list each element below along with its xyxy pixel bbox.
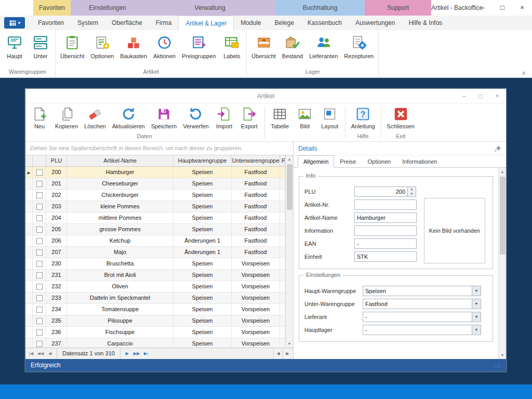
ribbon-button-baukasten[interactable]: Baukasten	[117, 34, 150, 60]
header-hauptwarengruppe[interactable]: Hauptwarengruppe	[174, 155, 232, 166]
table-row[interactable]: 201 Cheeseburger Speisen Fastfood	[25, 178, 285, 190]
anleitung-button[interactable]: ? Anleitung	[348, 106, 378, 132]
row-checkbox[interactable]	[33, 235, 46, 246]
group-by-hint[interactable]: Ziehen Sie eine Spaltenüberschrift in di…	[25, 142, 293, 155]
neu-button[interactable]: Neu	[27, 106, 52, 132]
tab-belege[interactable]: Belege	[268, 16, 300, 30]
header-unterwarengruppe[interactable]: Unterwarengruppe	[232, 155, 280, 166]
row-checkbox[interactable]	[33, 190, 46, 201]
artikel-window-titlebar[interactable]: Artikel – □ ×	[25, 89, 506, 103]
header-preis[interactable]: P	[280, 155, 285, 166]
nav-next-page-button[interactable]: ▶▶	[132, 351, 141, 356]
grid-vertical-scrollbar[interactable]: ▲ ▼	[285, 155, 293, 348]
details-vertical-scrollbar[interactable]: ▲ ▼	[498, 168, 506, 359]
chevron-down-icon[interactable]: ▼	[472, 312, 481, 322]
maximize-icon[interactable]: □	[496, 2, 509, 14]
grid-scroll-thumb[interactable]	[287, 164, 292, 210]
layout-button[interactable]: Layout	[317, 106, 342, 132]
kopieren-button[interactable]: Kopieren	[52, 106, 81, 132]
tab-module[interactable]: Module	[234, 16, 268, 30]
tab-favoriten[interactable]: Favoriten	[31, 16, 71, 30]
plu-field[interactable]: ▲▼	[354, 187, 416, 197]
table-row[interactable]: 231 Brot mit Aioli Speisen Vorspeisen	[25, 270, 285, 281]
tabelle-button[interactable]: Tabelle	[268, 106, 292, 132]
table-row[interactable]: 204 mittlere Pommes Speisen Fastfood	[25, 212, 285, 224]
scroll-up-icon[interactable]: ▲	[286, 155, 293, 163]
close-icon[interactable]: ×	[515, 2, 529, 14]
row-checkbox[interactable]	[33, 338, 46, 348]
header-checkbox[interactable]	[33, 155, 46, 166]
tab-kassenbuch[interactable]: Kassenbuch	[301, 16, 349, 30]
scroll-up-icon[interactable]: ▲	[499, 168, 506, 176]
maximize-icon[interactable]: □	[475, 91, 486, 101]
table-row[interactable]: 235 Pilssuppe Speisen Vorspeisen	[25, 315, 285, 327]
minimize-icon[interactable]: –	[476, 2, 489, 14]
nav-prev-page-button[interactable]: ◀◀	[36, 351, 45, 356]
row-checkbox[interactable]	[33, 315, 46, 326]
einheit-input[interactable]	[354, 251, 417, 262]
ribbon-button-preisgruppen[interactable]: Preisgruppen	[179, 34, 219, 60]
scroll-down-icon[interactable]: ▼	[286, 340, 293, 348]
speichern-button[interactable]: Speichern	[148, 106, 180, 132]
row-checkbox[interactable]	[33, 304, 46, 315]
tab-hilfe-infos[interactable]: Hilfe & Infos	[402, 16, 449, 30]
scroll-left-icon[interactable]: ◀	[273, 348, 283, 359]
ribbon-collapse-icon[interactable]: ∧	[522, 70, 526, 76]
ribbon-button-rezepturen[interactable]: Rezepturen	[341, 34, 377, 60]
row-checkbox[interactable]	[33, 167, 46, 178]
ribbon-button-bestand[interactable]: Bestand	[279, 34, 306, 60]
nav-prev-button[interactable]: ◀	[45, 351, 55, 356]
table-row[interactable]: 236 Fischsuppe Speisen Vorspeisen	[25, 327, 285, 338]
ribbon-button-unter[interactable]: Unter	[28, 34, 54, 60]
resize-grip-icon[interactable]: .::	[495, 363, 501, 368]
chevron-down-icon[interactable]: ▼	[472, 286, 481, 296]
tab-allgemein[interactable]: Allgemein	[298, 155, 334, 168]
import-button[interactable]: Import	[212, 106, 237, 132]
table-row[interactable]: 207 Majo Änderungen 1 Fastfood	[25, 247, 285, 258]
table-row[interactable]: 202 Chickenburger Speisen Fastfood	[25, 190, 285, 201]
app-menu-button[interactable]: ▾	[4, 17, 25, 29]
row-checkbox[interactable]	[33, 258, 46, 269]
row-checkbox[interactable]	[33, 201, 46, 212]
row-checkbox[interactable]	[33, 212, 46, 223]
aktualisieren-button[interactable]: Aktualisieren	[109, 106, 148, 132]
table-row[interactable]: 237 Carpaccio Speisen Vorspeisen	[25, 338, 285, 348]
verwerfen-button[interactable]: Verwerfen	[180, 106, 212, 132]
ribbon-button-artikel-optionen[interactable]: Optionen	[87, 34, 117, 60]
loeschen-button[interactable]: Löschen	[81, 106, 109, 132]
tab-artikel-lager[interactable]: Artikel & Lager	[178, 16, 234, 30]
table-row[interactable]: 203 kleine Pommes Speisen Fastfood	[25, 201, 285, 212]
plu-spinner[interactable]: ▲▼	[408, 187, 416, 197]
ribbon-button-aktionen[interactable]: Aktionen	[150, 34, 179, 60]
nav-last-button[interactable]: ▶|	[141, 351, 151, 356]
chevron-down-icon[interactable]: ▼	[472, 325, 481, 335]
ean-input[interactable]	[354, 238, 417, 249]
lieferant-select[interactable]: - ▼	[363, 312, 481, 322]
row-checkbox[interactable]	[33, 224, 46, 235]
ribbon-button-haupt[interactable]: Haupt	[2, 34, 28, 60]
row-checkbox[interactable]	[33, 247, 46, 258]
row-checkbox[interactable]	[33, 281, 46, 292]
pin-icon[interactable]	[494, 145, 501, 152]
table-row[interactable]: 234 Tomatensuppe Speisen Vorspeisen	[25, 304, 285, 315]
table-row[interactable]: 200 Hamburger Speisen Fastfood	[25, 167, 285, 178]
hauptlager-select[interactable]: - ▼	[363, 325, 481, 335]
information-input[interactable]	[354, 225, 417, 236]
ribbon-button-lieferanten[interactable]: Lieferanten	[306, 34, 341, 60]
table-row[interactable]: 233 Datteln im Speckmantel Speisen Vorsp…	[25, 292, 285, 304]
ribbon-button-lager-uebersicht[interactable]: Übersicht	[248, 34, 278, 60]
row-checkbox[interactable]	[33, 270, 46, 281]
nav-next-button[interactable]: ▶	[123, 351, 132, 356]
scroll-right-icon[interactable]: ▶	[283, 348, 292, 359]
taskbar[interactable]	[0, 384, 532, 399]
artikel-nr-input[interactable]	[354, 200, 417, 210]
table-row[interactable]: 206 Ketchup Änderungen 1 Fastfood	[25, 235, 285, 247]
nav-first-button[interactable]: |◀	[26, 351, 36, 356]
tab-auswertungen[interactable]: Auswertungen	[349, 16, 402, 30]
category-verwaltung[interactable]: Verwaltung	[144, 0, 275, 16]
table-row[interactable]: 230 Bruschetta Speisen Vorspeisen	[25, 258, 285, 270]
chevron-down-icon[interactable]: ▼	[472, 299, 481, 309]
scroll-down-icon[interactable]: ▼	[499, 351, 506, 359]
artikel-name-input[interactable]	[354, 212, 417, 223]
tab-informationen[interactable]: Informationen	[396, 155, 443, 168]
